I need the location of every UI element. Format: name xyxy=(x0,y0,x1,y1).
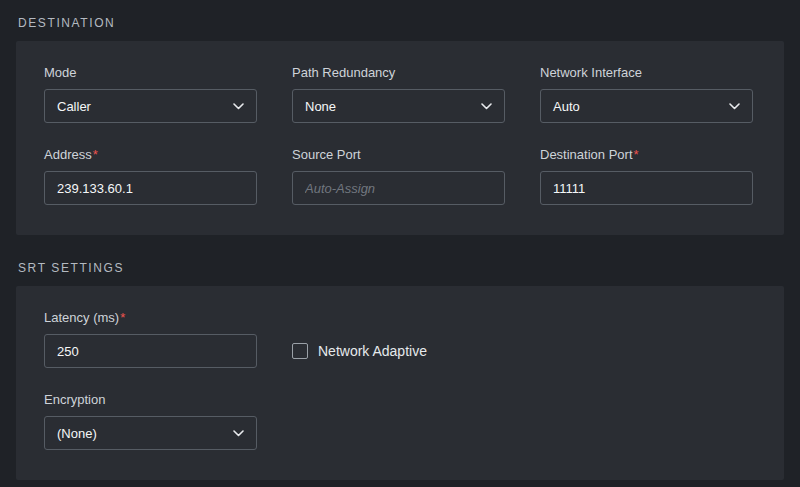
path-redundancy-select[interactable]: None xyxy=(292,89,505,123)
srt-settings-grid: Latency (ms)* Network Adaptive Encryptio… xyxy=(44,310,756,450)
mode-select-value: Caller xyxy=(57,99,91,114)
required-asterisk: * xyxy=(120,310,125,325)
address-label-text: Address xyxy=(44,147,92,162)
network-adaptive-label[interactable]: Network Adaptive xyxy=(318,343,427,359)
chevron-down-icon xyxy=(481,103,492,110)
source-port-field: Source Port xyxy=(292,147,505,205)
source-port-label-text: Source Port xyxy=(292,147,361,162)
mode-label: Mode xyxy=(44,65,257,80)
encryption-select-value: (None) xyxy=(57,426,97,441)
required-asterisk: * xyxy=(634,147,639,162)
path-redundancy-label: Path Redundancy xyxy=(292,65,505,80)
network-adaptive-checkbox[interactable] xyxy=(292,343,308,359)
network-interface-label: Network Interface xyxy=(540,65,753,80)
latency-label-text: Latency (ms) xyxy=(44,310,119,325)
latency-label: Latency (ms)* xyxy=(44,310,257,325)
address-label: Address* xyxy=(44,147,257,162)
latency-field: Latency (ms)* xyxy=(44,310,257,368)
chevron-down-icon xyxy=(729,103,740,110)
network-interface-select-value: Auto xyxy=(553,99,580,114)
address-field: Address* xyxy=(44,147,257,205)
destination-section-title: DESTINATION xyxy=(16,6,784,41)
encryption-field: Encryption (None) xyxy=(44,392,257,450)
srt-settings-section-title: SRT SETTINGS xyxy=(16,251,784,286)
mode-field: Mode Caller xyxy=(44,65,257,123)
network-interface-field: Network Interface Auto xyxy=(540,65,753,123)
srt-settings-panel: Latency (ms)* Network Adaptive Encryptio… xyxy=(16,286,784,480)
encryption-label: Encryption xyxy=(44,392,257,407)
address-input[interactable] xyxy=(44,171,257,205)
destination-grid: Mode Caller Path Redundancy None Net xyxy=(44,65,756,205)
spacer-cell xyxy=(540,310,753,368)
chevron-down-icon xyxy=(233,103,244,110)
encryption-select[interactable]: (None) xyxy=(44,416,257,450)
network-interface-select[interactable]: Auto xyxy=(540,89,753,123)
settings-page: DESTINATION Mode Caller Path Redundancy … xyxy=(0,0,800,487)
path-redundancy-select-value: None xyxy=(305,99,336,114)
destination-panel: Mode Caller Path Redundancy None Net xyxy=(16,41,784,235)
mode-label-text: Mode xyxy=(44,65,77,80)
network-interface-label-text: Network Interface xyxy=(540,65,642,80)
source-port-input[interactable] xyxy=(292,171,505,205)
required-asterisk: * xyxy=(93,147,98,162)
destination-port-field: Destination Port* xyxy=(540,147,753,205)
source-port-label: Source Port xyxy=(292,147,505,162)
chevron-down-icon xyxy=(233,430,244,437)
path-redundancy-field: Path Redundancy None xyxy=(292,65,505,123)
network-adaptive-field: Network Adaptive xyxy=(292,334,505,368)
destination-port-label: Destination Port* xyxy=(540,147,753,162)
path-redundancy-label-text: Path Redundancy xyxy=(292,65,395,80)
encryption-label-text: Encryption xyxy=(44,392,105,407)
destination-port-label-text: Destination Port xyxy=(540,147,633,162)
destination-port-input[interactable] xyxy=(540,171,753,205)
mode-select[interactable]: Caller xyxy=(44,89,257,123)
latency-input[interactable] xyxy=(44,334,257,368)
